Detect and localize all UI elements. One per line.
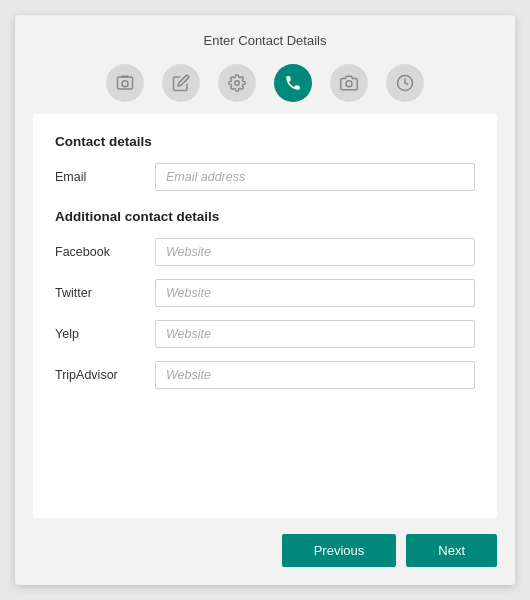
step-icons (15, 58, 515, 114)
tripadvisor-input[interactable] (155, 361, 475, 389)
svg-point-2 (122, 81, 128, 87)
svg-rect-1 (121, 76, 129, 78)
form-body: Contact details Email Additional contact… (33, 114, 497, 518)
svg-point-3 (235, 81, 240, 86)
additional-section-title: Additional contact details (55, 209, 475, 224)
facebook-input[interactable] (155, 238, 475, 266)
email-input[interactable] (155, 163, 475, 191)
card-footer: Previous Next (15, 518, 515, 585)
tripadvisor-label: TripAdvisor (55, 368, 155, 382)
previous-button[interactable]: Previous (282, 534, 397, 567)
step-photo[interactable] (106, 64, 144, 102)
contact-section-title: Contact details (55, 134, 475, 149)
email-label: Email (55, 170, 155, 184)
page-title: Enter Contact Details (15, 15, 515, 58)
twitter-row: Twitter (55, 279, 475, 307)
facebook-row: Facebook (55, 238, 475, 266)
card: Enter Contact Details (15, 15, 515, 585)
step-clock[interactable] (386, 64, 424, 102)
step-edit[interactable] (162, 64, 200, 102)
yelp-input[interactable] (155, 320, 475, 348)
twitter-label: Twitter (55, 286, 155, 300)
twitter-input[interactable] (155, 279, 475, 307)
tripadvisor-row: TripAdvisor (55, 361, 475, 389)
step-phone[interactable] (274, 64, 312, 102)
email-row: Email (55, 163, 475, 191)
yelp-row: Yelp (55, 320, 475, 348)
next-button[interactable]: Next (406, 534, 497, 567)
step-camera[interactable] (330, 64, 368, 102)
yelp-label: Yelp (55, 327, 155, 341)
svg-point-4 (346, 81, 352, 87)
facebook-label: Facebook (55, 245, 155, 259)
step-settings[interactable] (218, 64, 256, 102)
